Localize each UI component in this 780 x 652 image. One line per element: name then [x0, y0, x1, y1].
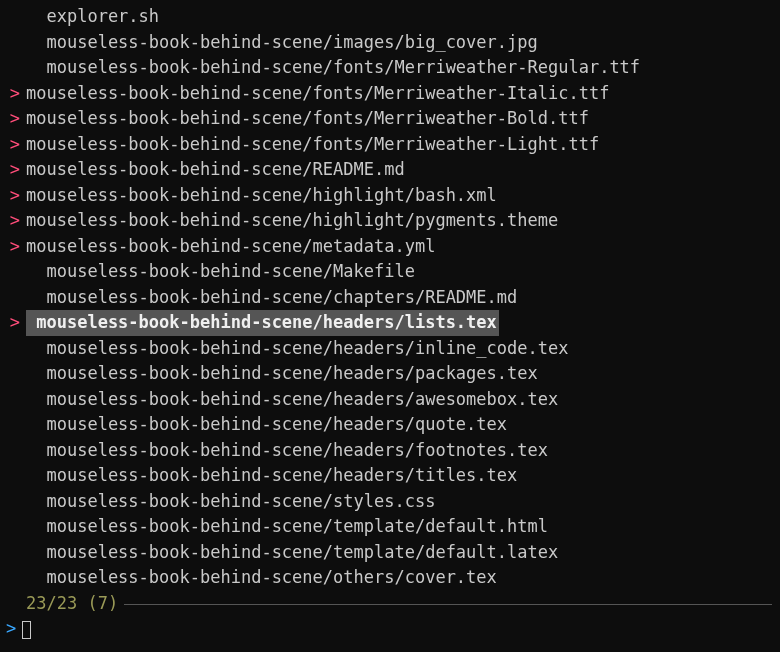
list-item[interactable]: >mouseless-book-behind-scene/highlight/b… [0, 183, 780, 209]
marker-icon: > [0, 310, 20, 336]
file-path: mouseless-book-behind-scene/headers/awes… [26, 387, 558, 413]
file-path: mouseless-book-behind-scene/fonts/Merriw… [26, 132, 599, 158]
file-path: mouseless-book-behind-scene/headers/inli… [26, 336, 568, 362]
marker-icon: > [0, 106, 20, 132]
fzf-result-list[interactable]: explorer.sh mouseless-book-behind-scene/… [0, 4, 780, 591]
file-path: mouseless-book-behind-scene/Makefile [26, 259, 415, 285]
file-path: mouseless-book-behind-scene/images/big_c… [26, 30, 538, 56]
file-path: mouseless-book-behind-scene/highlight/py… [26, 208, 558, 234]
list-item[interactable]: mouseless-book-behind-scene/headers/quot… [0, 412, 780, 438]
list-item[interactable]: >mouseless-book-behind-scene/README.md [0, 157, 780, 183]
file-path: mouseless-book-behind-scene/template/def… [26, 514, 548, 540]
list-item[interactable]: > mouseless-book-behind-scene/headers/li… [0, 310, 780, 336]
file-path: mouseless-book-behind-scene/metadata.yml [26, 234, 435, 260]
marker-icon: > [0, 157, 20, 183]
list-item[interactable]: mouseless-book-behind-scene/template/def… [0, 514, 780, 540]
marker-icon: > [0, 183, 20, 209]
file-path: mouseless-book-behind-scene/highlight/ba… [26, 183, 497, 209]
list-item[interactable]: >mouseless-book-behind-scene/metadata.ym… [0, 234, 780, 260]
list-item[interactable]: >mouseless-book-behind-scene/fonts/Merri… [0, 132, 780, 158]
list-item[interactable]: mouseless-book-behind-scene/headers/awes… [0, 387, 780, 413]
list-item[interactable]: explorer.sh [0, 4, 780, 30]
marker-icon: > [0, 132, 20, 158]
file-path: mouseless-book-behind-scene/fonts/Merriw… [26, 106, 589, 132]
file-path: mouseless-book-behind-scene/template/def… [26, 540, 558, 566]
list-item[interactable]: mouseless-book-behind-scene/Makefile [0, 259, 780, 285]
list-item[interactable]: mouseless-book-behind-scene/styles.css [0, 489, 780, 515]
list-item[interactable]: mouseless-book-behind-scene/chapters/REA… [0, 285, 780, 311]
list-item[interactable]: mouseless-book-behind-scene/template/def… [0, 540, 780, 566]
file-path: mouseless-book-behind-scene/fonts/Merriw… [26, 55, 640, 81]
file-path: mouseless-book-behind-scene/headers/pack… [26, 361, 538, 387]
file-path: mouseless-book-behind-scene/others/cover… [26, 565, 497, 591]
file-path: mouseless-book-behind-scene/fonts/Merriw… [26, 81, 609, 107]
list-item[interactable]: >mouseless-book-behind-scene/fonts/Merri… [0, 106, 780, 132]
file-path: explorer.sh [26, 4, 159, 30]
file-path: mouseless-book-behind-scene/headers/quot… [26, 412, 507, 438]
list-item[interactable]: mouseless-book-behind-scene/headers/titl… [0, 463, 780, 489]
file-path: mouseless-book-behind-scene/chapters/REA… [26, 285, 517, 311]
text-cursor [22, 621, 31, 639]
divider-rule [124, 604, 772, 605]
marker-icon: > [0, 208, 20, 234]
list-item[interactable]: mouseless-book-behind-scene/headers/foot… [0, 438, 780, 464]
list-item[interactable]: mouseless-book-behind-scene/headers/inli… [0, 336, 780, 362]
list-item[interactable]: mouseless-book-behind-scene/headers/pack… [0, 361, 780, 387]
file-path: mouseless-book-behind-scene/README.md [26, 157, 405, 183]
prompt-chevron-icon: > [6, 616, 22, 642]
file-path: mouseless-book-behind-scene/headers/titl… [26, 463, 517, 489]
marker-icon: > [0, 81, 20, 107]
file-path: mouseless-book-behind-scene/styles.css [26, 489, 435, 515]
list-item[interactable]: >mouseless-book-behind-scene/highlight/p… [0, 208, 780, 234]
marker-icon: > [0, 234, 20, 260]
prompt-row[interactable]: > [0, 616, 780, 642]
file-path: mouseless-book-behind-scene/headers/list… [26, 310, 499, 336]
status-row: 23/23 (7) [0, 591, 780, 617]
list-item[interactable]: mouseless-book-behind-scene/fonts/Merriw… [0, 55, 780, 81]
list-item[interactable]: >mouseless-book-behind-scene/fonts/Merri… [0, 81, 780, 107]
match-count: 23/23 (7) [0, 591, 118, 617]
list-item[interactable]: mouseless-book-behind-scene/others/cover… [0, 565, 780, 591]
list-item[interactable]: mouseless-book-behind-scene/images/big_c… [0, 30, 780, 56]
file-path: mouseless-book-behind-scene/headers/foot… [26, 438, 548, 464]
